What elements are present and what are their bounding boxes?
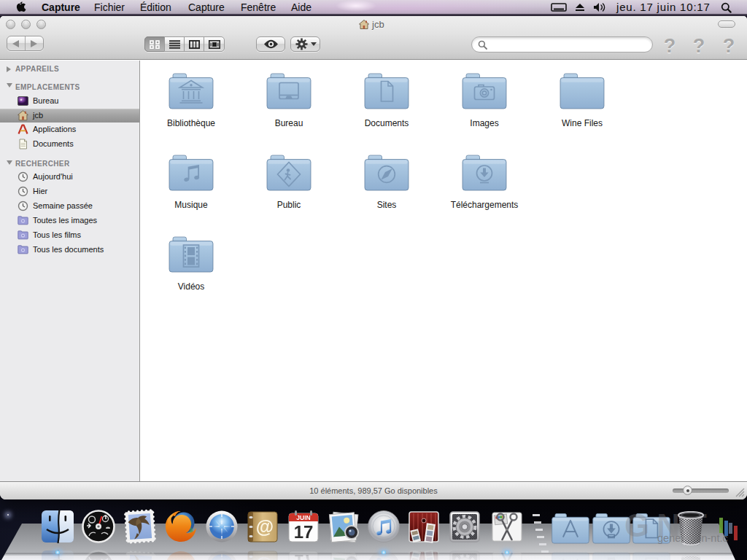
svg-text:JUIN: JUIN — [296, 514, 310, 521]
svg-text:@: @ — [256, 516, 274, 537]
svg-text:17: 17 — [294, 522, 314, 542]
